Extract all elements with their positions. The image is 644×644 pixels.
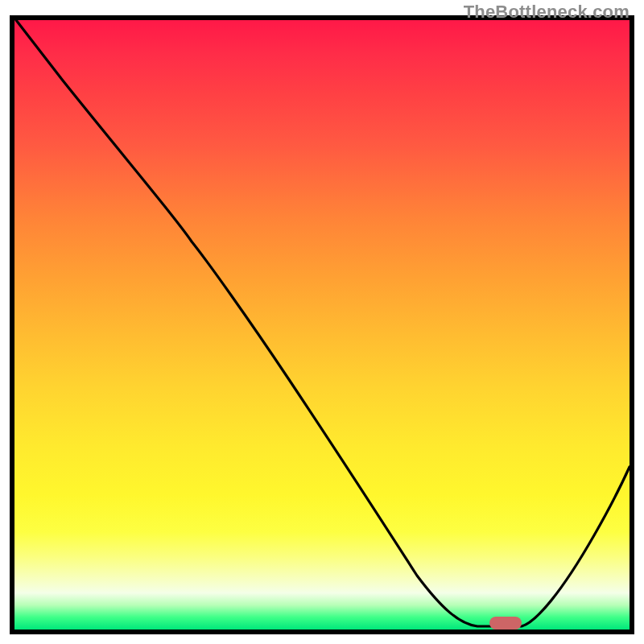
- curve-path: [16, 20, 630, 626]
- axis-border-right: [630, 15, 634, 634]
- chart-frame: TheBottleneck.com: [0, 0, 644, 644]
- axis-border-bottom: [10, 630, 634, 634]
- optimal-marker: [489, 617, 522, 630]
- bottleneck-curve: [14, 20, 630, 630]
- watermark-text: TheBottleneck.com: [464, 2, 630, 23]
- axis-border-left: [10, 15, 14, 634]
